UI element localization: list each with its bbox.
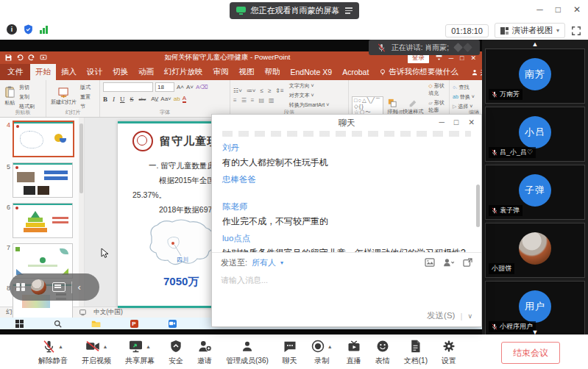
chevron-down-icon[interactable]: ▾ xyxy=(280,259,283,266)
chat-close-button[interactable]: ✕ xyxy=(468,118,475,126)
ppt-maximize-button[interactable]: □ xyxy=(460,54,464,62)
share-screen-button[interactable]: ▲ 共享屏幕 xyxy=(125,339,155,366)
powerpoint-taskbar-icon[interactable]: P xyxy=(115,318,153,329)
chevron-up-icon[interactable]: ▲ xyxy=(103,344,108,349)
shape-fill-button[interactable]: ◇ 形状填充 xyxy=(428,82,446,97)
end-meeting-button[interactable]: 结束会议 xyxy=(501,342,560,364)
bold-button[interactable]: B xyxy=(103,96,107,103)
thumbnail-slide-4[interactable]: 4 xyxy=(1,121,84,157)
tab-transitions[interactable]: 切换 xyxy=(107,64,133,80)
settings-button[interactable]: 设置 xyxy=(442,339,456,366)
collapse-arrow-icon[interactable]: ‹ xyxy=(78,282,81,292)
send-to-selector[interactable]: 所有人 xyxy=(252,257,276,268)
tell-me-box[interactable]: 告诉我你想要做什么 xyxy=(374,64,464,80)
paste-button[interactable]: 粘贴 xyxy=(3,86,17,107)
file-explorer-icon[interactable] xyxy=(77,318,115,329)
save-icon[interactable] xyxy=(5,54,12,61)
emoji-button[interactable]: 表情 xyxy=(375,339,390,366)
underline-button[interactable]: U xyxy=(120,96,125,103)
bullets-icon[interactable]: ☷˅ xyxy=(233,87,242,94)
minimize-button[interactable]: ─ xyxy=(536,4,543,15)
close-button[interactable]: ✕ xyxy=(573,4,581,15)
numbering-icon[interactable]: ≔˅ xyxy=(247,87,256,94)
tab-review[interactable]: 审阅 xyxy=(208,64,234,80)
copy-button[interactable]: 复制 xyxy=(19,93,35,101)
layout-grid-icon[interactable] xyxy=(16,283,25,292)
participant-tile[interactable]: 小吕 吕_小_吕♡ xyxy=(485,107,585,162)
tab-acrobat[interactable]: Acrobat xyxy=(337,64,374,80)
keyboard-icon[interactable] xyxy=(52,282,65,292)
self-video-thumbnail[interactable] xyxy=(31,279,46,295)
security-button[interactable]: 安全 xyxy=(169,339,183,366)
start-video-button[interactable]: ▲ 开启视频 xyxy=(82,339,111,366)
meeting-info-icon[interactable]: i xyxy=(7,24,17,35)
watching-banner[interactable]: 您正在观看肖雨蒙的屏幕 xyxy=(230,2,359,19)
record-button[interactable]: ▲ 录制 xyxy=(311,339,333,366)
view-mode-button[interactable]: 演讲者视图 ▾ xyxy=(495,23,565,38)
italic-button[interactable]: I xyxy=(113,96,115,103)
chat-button[interactable]: 聊天 xyxy=(283,339,297,366)
grow-font-icon[interactable]: A˄ xyxy=(177,84,184,90)
chevron-up-icon[interactable]: ▲ xyxy=(58,344,63,349)
cut-button[interactable]: 剪切 xyxy=(19,84,35,91)
smartart-button[interactable]: 转换为SmartArt ˅ xyxy=(289,101,330,109)
reset-button[interactable]: 重置 xyxy=(80,93,91,101)
char-spacing-icon[interactable]: AV̲ xyxy=(151,96,158,102)
live-stream-button[interactable]: 直播 xyxy=(347,339,361,366)
docs-button[interactable]: 文档(1) xyxy=(404,339,428,366)
thumbnail-slide-6[interactable]: 6 xyxy=(1,203,84,238)
tab-animations[interactable]: 动画 xyxy=(133,64,159,80)
meeting-taskbar-icon[interactable] xyxy=(153,318,191,329)
language-indicator[interactable]: 中文(中国) xyxy=(93,308,123,317)
ppt-close-button[interactable]: ✕ xyxy=(470,54,476,62)
unmute-button[interactable]: ▲ 解除静音 xyxy=(38,339,68,366)
send-button[interactable]: 发送(S) xyxy=(427,310,455,321)
line-spacing-icon[interactable]: ⇕≡ xyxy=(275,87,283,94)
tab-file[interactable]: 文件 xyxy=(0,64,30,80)
start-slideshow-icon[interactable] xyxy=(40,54,47,61)
health-shield-icon[interactable] xyxy=(24,24,33,35)
tab-help[interactable]: 帮助 xyxy=(260,64,286,80)
redo-icon[interactable] xyxy=(28,54,35,61)
start-button[interactable] xyxy=(0,318,38,329)
align-right-icon[interactable]: ≡ xyxy=(251,97,255,104)
tab-insert[interactable]: 插入 xyxy=(56,64,82,80)
tab-slideshow[interactable]: 幻灯片放映 xyxy=(159,64,208,80)
fullscreen-icon[interactable] xyxy=(571,26,581,36)
send-options-icon[interactable]: ∨ xyxy=(467,312,472,320)
chat-message-input[interactable] xyxy=(212,272,481,284)
chat-scrollbar[interactable] xyxy=(475,138,481,249)
columns-icon[interactable]: ▥ xyxy=(269,97,274,104)
font-name-box[interactable] xyxy=(103,82,153,92)
maximize-button[interactable]: □ xyxy=(556,4,561,15)
indent-increase-icon[interactable]: ≥ xyxy=(268,87,271,94)
highlight-icon[interactable]: ab xyxy=(174,96,180,102)
justify-icon[interactable]: ▤ xyxy=(259,97,265,104)
participant-tile[interactable]: 小甜饼 xyxy=(485,223,585,278)
font-color-icon[interactable]: A xyxy=(183,95,186,103)
shrink-font-icon[interactable]: A˅ xyxy=(186,84,194,90)
scroll-up-icon[interactable]: ▲ xyxy=(532,40,539,48)
participant-tile[interactable]: 子弹 袁子弹 xyxy=(485,165,585,220)
participant-tile[interactable]: 南芳 万南芳 xyxy=(485,49,585,104)
floating-mini-toolbar[interactable]: ‹ xyxy=(10,273,99,301)
member-mention-icon[interactable] xyxy=(443,258,455,267)
tab-view[interactable]: 视图 xyxy=(234,64,260,80)
align-center-icon[interactable]: ☰ xyxy=(241,97,247,104)
scroll-down-icon[interactable]: ▼ xyxy=(532,329,539,336)
align-text-button[interactable]: 对齐文本 ˅ xyxy=(289,92,330,99)
tab-home[interactable]: 开始 xyxy=(30,64,56,80)
font-size-box[interactable]: 18 xyxy=(155,82,174,92)
text-direction-button[interactable]: 文字方向 ˅ xyxy=(289,82,330,90)
new-slide-button[interactable]: 新建幻灯片 xyxy=(49,87,78,106)
thumbnail-slide-5[interactable]: 5 xyxy=(1,162,84,198)
screenshot-icon[interactable] xyxy=(425,258,435,267)
strike-abc-button[interactable]: abc xyxy=(139,96,146,102)
chevron-up-icon[interactable]: ▲ xyxy=(327,344,333,349)
taskbar-search-icon[interactable] xyxy=(38,318,77,329)
tab-design[interactable]: 设计 xyxy=(82,64,107,80)
invite-button[interactable]: 邀请 xyxy=(197,339,212,366)
undo-icon[interactable] xyxy=(16,54,24,61)
chat-minimize-button[interactable]: ─ xyxy=(439,118,444,126)
manage-members-button[interactable]: 管理成员(36) xyxy=(226,339,269,366)
